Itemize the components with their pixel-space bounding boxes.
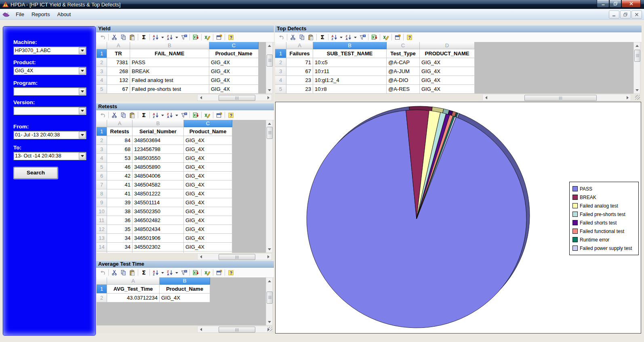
cell[interactable]: @A-CAP (387, 58, 420, 67)
cut-icon[interactable] (110, 34, 118, 41)
copy-icon[interactable] (119, 111, 127, 119)
export-icon[interactable] (394, 34, 402, 41)
retests-horizontal-scrollbar[interactable] (197, 253, 272, 260)
copy-icon[interactable] (119, 269, 127, 276)
avg_test_time-resize-grip[interactable] (267, 327, 272, 332)
header-cell[interactable]: FAIL_NAME (130, 49, 209, 58)
retests-scroll-up-button[interactable] (267, 121, 272, 126)
row-number[interactable]: 1 (275, 49, 286, 58)
excel-edit-icon[interactable] (203, 111, 211, 119)
cell[interactable]: 348504006 (133, 172, 184, 180)
mdi-close-button[interactable] (631, 10, 642, 19)
row-number[interactable]: 14 (97, 243, 107, 252)
top_defects-scroll-down-button[interactable] (634, 87, 640, 93)
to-dropdown-button[interactable] (79, 153, 86, 159)
row-number[interactable]: 1 (97, 127, 107, 136)
header-cell[interactable]: TR (107, 49, 130, 58)
cell[interactable]: 42 (107, 172, 133, 180)
cell[interactable]: @A-RES (387, 85, 420, 94)
cell[interactable]: 23 (286, 76, 313, 85)
cell[interactable]: @A-JUM (387, 67, 420, 76)
excel-edit-icon[interactable] (203, 269, 211, 276)
cell[interactable]: GIG_4X (420, 67, 475, 76)
cell[interactable]: 33 (107, 252, 133, 253)
sort-za-menu-icon[interactable] (175, 269, 179, 276)
column-header-B[interactable]: B (160, 277, 210, 285)
cell[interactable]: 346502482 (133, 216, 184, 225)
header-cell[interactable]: Retests (107, 127, 133, 136)
column-header-C[interactable]: C (387, 42, 420, 49)
version-dropdown-button[interactable] (79, 107, 86, 114)
cell[interactable]: Failed pre-shorts test (130, 85, 209, 94)
sort-az-menu-icon[interactable] (339, 34, 343, 41)
row-number[interactable]: 5 (97, 85, 107, 94)
sort-za-menu-icon[interactable] (175, 111, 179, 119)
row-number[interactable]: 4 (97, 154, 107, 163)
cell[interactable]: 35 (107, 225, 133, 234)
sort-az-icon[interactable]: AZ (152, 269, 160, 276)
excel-import-icon[interactable] (192, 34, 200, 41)
cell[interactable]: 67 (286, 67, 313, 76)
avg_test_time-vertical-scrollbar[interactable] (266, 277, 273, 325)
cell[interactable]: 36 (107, 216, 133, 225)
sort-za-icon[interactable]: ZA (166, 111, 174, 119)
retests-scroll-left-button[interactable] (198, 254, 204, 259)
yield-vertical-scrollbar[interactable] (266, 42, 273, 94)
machine-select[interactable]: HP3070_1.ABC (13, 46, 86, 55)
undo-icon[interactable] (99, 34, 107, 41)
cell[interactable]: GIG_4X (184, 145, 232, 154)
cell[interactable]: 34 (107, 234, 133, 243)
yield-scroll-left-button[interactable] (198, 95, 204, 100)
cell[interactable]: GIG_4X (420, 85, 475, 94)
row-number[interactable]: 4 (97, 76, 107, 85)
sort-az-icon[interactable]: AZ (152, 111, 160, 119)
cell[interactable]: GIG_4X (160, 294, 210, 302)
header-cell[interactable]: Failures (286, 49, 313, 58)
excel-edit-icon[interactable] (203, 34, 211, 41)
cell[interactable]: 38 (107, 207, 133, 216)
export-icon[interactable] (215, 269, 223, 276)
cell[interactable]: 39 (107, 198, 133, 207)
yield-scroll-right-button[interactable] (265, 95, 271, 100)
cell[interactable]: 348503694 (133, 136, 184, 145)
row-number[interactable]: 13 (97, 234, 107, 243)
row-number[interactable]: 11 (97, 216, 107, 225)
mdi-restore-button[interactable] (620, 10, 631, 19)
filter-icon[interactable] (180, 269, 188, 276)
top_defects-resize-grip[interactable] (635, 95, 640, 100)
row-number[interactable]: 2 (97, 58, 107, 67)
cell[interactable]: GIG_4X (184, 198, 232, 207)
help-icon[interactable]: ? (227, 34, 235, 41)
excel-edit-icon[interactable] (382, 34, 390, 41)
cell[interactable]: 268 (107, 67, 130, 76)
cell[interactable]: @A-DIO (387, 76, 420, 85)
header-cell[interactable]: AVG_Test_Time (107, 285, 160, 294)
cell[interactable]: BREAK (130, 67, 209, 76)
header-cell[interactable]: Product_Name (184, 127, 232, 136)
cell[interactable]: GIG_4X (184, 136, 232, 145)
cut-icon[interactable] (289, 34, 297, 41)
excel-import-icon[interactable] (192, 111, 200, 119)
column-header-A[interactable]: A (107, 42, 130, 49)
cell[interactable]: GIG_4X (209, 58, 259, 67)
row-number[interactable]: 15 (97, 252, 107, 253)
cell[interactable]: 71 (286, 58, 313, 67)
help-icon[interactable]: ? (227, 269, 235, 276)
row-number[interactable]: 2 (97, 136, 107, 145)
cell[interactable]: 10:gl1:2_4 (313, 76, 387, 85)
row-number[interactable]: 5 (275, 85, 286, 94)
cell[interactable]: GIG_4X (209, 85, 259, 94)
menu-reports[interactable]: Reports (28, 10, 54, 19)
cell[interactable]: GIG_4X (184, 172, 232, 180)
row-number[interactable]: 3 (97, 67, 107, 76)
avg_test_time-scrollbar-thumb[interactable] (219, 327, 255, 333)
cell[interactable]: 348500499 (133, 252, 184, 253)
column-header-B[interactable]: B (133, 120, 184, 127)
yield-scroll-down-button[interactable] (267, 87, 272, 93)
export-icon[interactable] (215, 111, 223, 119)
undo-icon[interactable] (277, 34, 285, 41)
retests-scroll-down-button[interactable] (267, 246, 272, 252)
cell[interactable]: 34 (107, 243, 133, 252)
paste-icon[interactable] (128, 111, 136, 119)
column-header-A[interactable]: A (286, 42, 313, 49)
